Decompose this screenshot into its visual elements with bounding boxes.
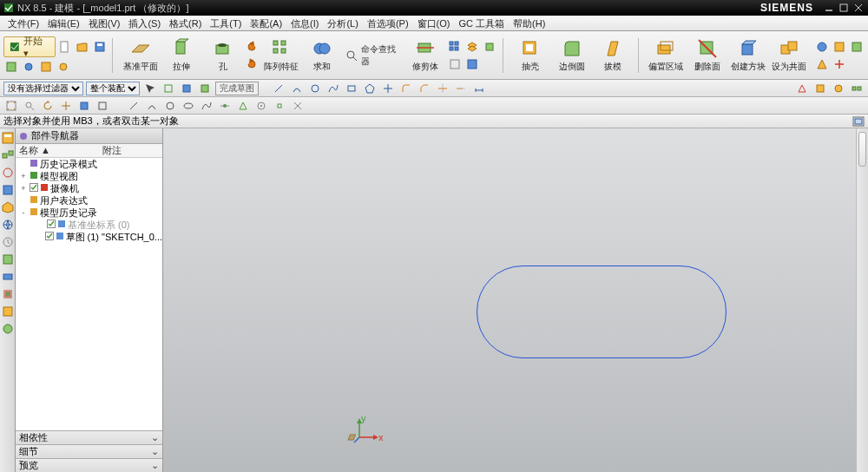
undo-icon[interactable]: [244, 39, 260, 55]
mini-icon-a[interactable]: [3, 59, 19, 75]
menu-file[interactable]: 文件(F): [3, 17, 43, 30]
snap-center-icon[interactable]: [253, 99, 269, 113]
selection-filter-select[interactable]: 没有选择过滤器: [3, 82, 83, 95]
curve-spline-icon[interactable]: [199, 99, 214, 113]
snap-intersect-icon[interactable]: [290, 99, 306, 113]
sel-icon-3[interactable]: [179, 82, 194, 95]
nav-section-dependency[interactable]: 相依性⌄: [16, 430, 162, 444]
close-button[interactable]: [852, 3, 865, 13]
sel-icon-2[interactable]: [161, 82, 176, 95]
navigator-tree[interactable]: 历史记录模式+模型视图+摄像机用户表达式-模型历史记录基准坐标系 (0)草图 (…: [16, 158, 162, 430]
col-notes[interactable]: 附注: [102, 144, 122, 157]
wireframe-icon[interactable]: [447, 56, 463, 72]
point-icon[interactable]: [380, 82, 396, 95]
pan-icon[interactable]: [58, 99, 74, 113]
arc-icon[interactable]: [289, 82, 305, 95]
misc-icon-4[interactable]: [814, 56, 830, 72]
wire-icon[interactable]: [95, 99, 110, 113]
mini-icon-b[interactable]: [21, 59, 36, 75]
fullscreen-toggle-icon[interactable]: [852, 116, 865, 127]
misc-icon-2[interactable]: [832, 39, 847, 55]
misc-icon-1[interactable]: [814, 39, 830, 55]
sel-icon-4[interactable]: [197, 82, 213, 95]
edge-blend-button[interactable]: 边倒圆: [552, 34, 591, 77]
pattern-feature-button[interactable]: 阵列特征: [261, 34, 300, 77]
draft-button[interactable]: 拔模: [593, 34, 632, 77]
process-tab[interactable]: [2, 305, 14, 318]
spline-icon[interactable]: [326, 82, 341, 95]
snap-quad-icon[interactable]: [272, 99, 287, 113]
box-icon[interactable]: [464, 56, 480, 72]
snap-end-icon[interactable]: [217, 99, 233, 113]
zoom-icon[interactable]: [22, 99, 37, 113]
hole-button[interactable]: 孔: [203, 34, 242, 77]
layers-icon[interactable]: [464, 39, 480, 55]
web-tab[interactable]: [2, 219, 14, 231]
constraint-icon-2[interactable]: [812, 82, 828, 95]
trim-body-button[interactable]: 修剪体: [405, 34, 444, 77]
sel-icon-1[interactable]: [142, 82, 158, 95]
offset-region-button[interactable]: 偏置区域: [647, 34, 686, 77]
tree-node[interactable]: 历史记录模式: [16, 158, 162, 170]
menu-format[interactable]: 格式(R): [165, 17, 206, 30]
circle-icon[interactable]: [307, 82, 323, 95]
extrude-button[interactable]: 拉伸: [162, 34, 201, 77]
grid-pattern-icon[interactable]: [447, 39, 463, 55]
reuse-library-tab[interactable]: [2, 184, 14, 196]
unite-button[interactable]: 求和: [303, 34, 342, 77]
curve-line-icon[interactable]: [126, 99, 141, 113]
rectangle-icon[interactable]: [344, 82, 359, 95]
selection-scope-select[interactable]: 整个装配: [86, 82, 140, 95]
col-name[interactable]: 名称 ▲: [16, 144, 102, 157]
chamfer-icon[interactable]: [417, 82, 432, 95]
system-tab[interactable]: [2, 271, 14, 283]
menu-assembly[interactable]: 装配(A): [246, 17, 286, 30]
make-coplanar-button[interactable]: 设为共面: [770, 34, 809, 77]
open-file-icon[interactable]: [75, 39, 90, 55]
redo-icon[interactable]: [244, 56, 260, 72]
menu-window[interactable]: 窗口(O): [413, 17, 455, 30]
shell-button[interactable]: 抽壳: [511, 34, 550, 77]
menu-tools[interactable]: 工具(T): [206, 17, 246, 30]
command-finder-icon[interactable]: [344, 48, 359, 63]
mini-icon-d[interactable]: [56, 59, 71, 75]
new-file-icon[interactable]: [57, 39, 73, 55]
curve-ellipse-icon[interactable]: [181, 99, 196, 113]
part-navigator-tab[interactable]: [2, 132, 14, 144]
sketch-rounded-rectangle[interactable]: [477, 266, 727, 358]
menu-view[interactable]: 视图(V): [84, 17, 125, 30]
menu-analysis[interactable]: 分析(L): [323, 17, 362, 30]
assembly-navigator-tab[interactable]: [2, 149, 14, 161]
finish-sketch-button[interactable]: 完成草图: [215, 82, 259, 95]
snap-mid-icon[interactable]: [235, 99, 251, 113]
shaded-icon[interactable]: [76, 99, 92, 113]
delete-face-button[interactable]: 删除面: [687, 34, 727, 77]
maximize-button[interactable]: [838, 3, 850, 13]
constraint-icon-1[interactable]: [794, 82, 810, 95]
menu-gc[interactable]: GC 工具箱: [454, 17, 509, 30]
dimension-icon[interactable]: [471, 82, 487, 95]
start-menu-button[interactable]: 开始 ▾: [3, 36, 56, 57]
materials-tab[interactable]: [2, 288, 14, 300]
graphics-viewport[interactable]: x y: [163, 128, 868, 472]
mini-icon-c[interactable]: [38, 59, 54, 75]
fit-icon[interactable]: [3, 99, 19, 113]
constraint-icon-4[interactable]: [849, 82, 865, 95]
history-tab[interactable]: [2, 236, 14, 248]
line-icon[interactable]: [271, 82, 286, 95]
tree-node[interactable]: 用户表达式: [16, 194, 162, 206]
constraint-navigator-tab[interactable]: [2, 167, 14, 179]
trim-icon[interactable]: [435, 82, 450, 95]
curve-circle-icon[interactable]: [162, 99, 178, 113]
extend-icon[interactable]: [453, 82, 469, 95]
viewport-scrollbar[interactable]: [856, 128, 868, 472]
hd3d-tab[interactable]: [2, 201, 14, 213]
menu-edit[interactable]: 编辑(E): [43, 17, 84, 30]
menu-preferences[interactable]: 首选项(P): [363, 17, 413, 30]
misc-icon-3[interactable]: [849, 39, 865, 55]
tree-node[interactable]: 基准坐标系 (0): [16, 219, 162, 231]
curve-arc-icon[interactable]: [144, 99, 160, 113]
create-box-button[interactable]: 创建方块: [728, 34, 767, 77]
fillet-icon[interactable]: [398, 82, 414, 95]
nav-section-preview[interactable]: 预览⌄: [16, 458, 162, 472]
